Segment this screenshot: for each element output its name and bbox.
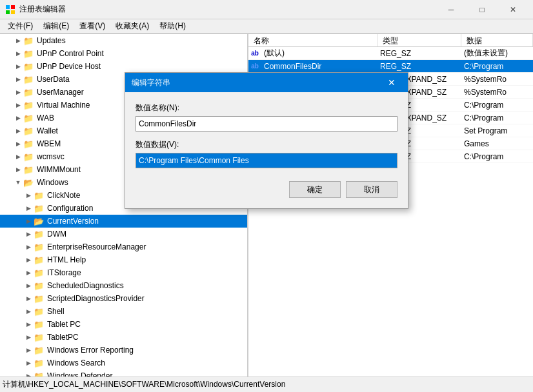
status-text: 计算机\HKEY_LOCAL_MACHINE\SOFTWARE\Microsof…: [3, 379, 285, 390]
expand-htmlhelp[interactable]: [23, 255, 34, 265]
folder-icon-windowssearch: [34, 358, 45, 368]
tree-item-itstorage[interactable]: ITStorage: [0, 266, 247, 279]
value-data-programfilespath: C:\Program: [461, 113, 533, 122]
expand-wallet[interactable]: [13, 126, 23, 136]
folder-icon-itstorage: [34, 268, 45, 278]
status-bar: 计算机\HKEY_LOCAL_MACHINE\SOFTWARE\Microsof…: [0, 377, 533, 392]
expand-clicknote[interactable]: [23, 190, 34, 201]
tree-label-wcmsvc: wcmsvc: [37, 152, 65, 161]
value-icon-commonfilesdir: ab: [248, 63, 261, 70]
tree-item-windowsdefender[interactable]: Windows Defender: [0, 369, 247, 377]
dialog-close-button[interactable]: ✕: [382, 73, 401, 92]
tree-item-windowserrorreporting[interactable]: Windows Error Reporting: [0, 344, 247, 357]
expand-updates[interactable]: [13, 35, 23, 46]
close-button[interactable]: ✕: [498, 0, 528, 19]
tree-item-scripteddiagnosticsprovider[interactable]: ScriptedDiagnosticsProvider: [0, 292, 247, 305]
expand-configuration[interactable]: [23, 203, 34, 213]
value-row-default[interactable]: ab (默认) REG_SZ (数值未设置): [248, 47, 533, 60]
value-type-default: REG_SZ: [377, 49, 461, 58]
expand-wcmsvc[interactable]: [13, 152, 23, 162]
minimize-button[interactable]: ─: [436, 0, 466, 19]
expand-wimmount[interactable]: [13, 164, 23, 175]
tree-item-currentversion[interactable]: CurrentVersion: [0, 215, 247, 228]
maximize-button[interactable]: □: [467, 0, 497, 19]
expand-wbem[interactable]: [13, 139, 23, 149]
tree-item-enterpriseresourcemanager[interactable]: EnterpriseResourceManager: [0, 240, 247, 253]
dialog-confirm-button[interactable]: 确定: [289, 181, 341, 198]
value-data-devicepath: %SystemRo: [461, 75, 533, 84]
tree-item-scheduleddiagnostics[interactable]: ScheduledDiagnostics: [0, 279, 247, 292]
tree-label-enterpriseresourcemanager: EnterpriseResourceManager: [47, 242, 146, 251]
dialog-cancel-button[interactable]: 取消: [346, 181, 397, 198]
tree-label-windowserrorreporting: Windows Error Reporting: [47, 346, 134, 355]
value-data-programfilesdir: C:\Program: [461, 101, 533, 110]
tree-item-tabletpc2[interactable]: TabletPC: [0, 331, 247, 344]
folder-icon-windows: [23, 177, 35, 188]
tree-label-windowssearch: Windows Search: [47, 358, 105, 368]
tree-label-windowsdefender: Windows Defender: [47, 371, 112, 377]
value-data-commonfilerdir86: C:\Program: [461, 152, 533, 161]
col-header-type: 类型: [377, 34, 461, 46]
tree-label-windows: Windows: [37, 178, 68, 187]
folder-icon-upnpcp: [23, 48, 35, 59]
tree-label-dwm: DWM: [47, 230, 66, 239]
menu-view[interactable]: 查看(V): [74, 19, 110, 33]
expand-windowserrorreporting[interactable]: [23, 345, 34, 355]
dialog-field-name-label: 数值名称(N):: [136, 103, 397, 113]
title-bar: 注册表编辑器 ─ □ ✕: [0, 0, 533, 19]
tree-item-upnpdh[interactable]: UPnP Device Host: [0, 60, 247, 73]
dialog-title-text: 编辑字符串: [132, 77, 382, 88]
menu-favorites[interactable]: 收藏夹(A): [110, 19, 154, 33]
dialog-field-data-input[interactable]: [136, 153, 397, 168]
expand-userdata[interactable]: [13, 74, 23, 84]
expand-windowssearch[interactable]: [23, 358, 34, 368]
menu-bar: 文件(F) 编辑(E) 查看(V) 收藏夹(A) 帮助(H): [0, 19, 533, 34]
menu-edit[interactable]: 编辑(E): [38, 19, 74, 33]
tree-item-dwm[interactable]: DWM: [0, 228, 247, 240]
tree-item-upnpcp[interactable]: UPnP Control Point: [0, 47, 247, 60]
value-row-commonfilesdir[interactable]: ab CommonFilesDir REG_SZ C:\Program: [248, 60, 533, 73]
dialog-body: 数值名称(N): 数值数据(V): 确定 取消: [125, 92, 408, 208]
folder-icon-wallet: [23, 126, 35, 136]
expand-wab[interactable]: [13, 113, 23, 123]
expand-usermanager[interactable]: [13, 87, 23, 97]
menu-help[interactable]: 帮助(H): [154, 19, 191, 33]
app-icon: [5, 5, 15, 15]
folder-icon-upnpdh: [23, 61, 35, 72]
expand-tabletpc[interactable]: [23, 319, 34, 329]
expand-windowsdefender[interactable]: [23, 371, 34, 377]
value-name-default: (默认): [261, 48, 377, 59]
expand-enterpriseresourcemanager[interactable]: [23, 242, 34, 252]
expand-currentversion[interactable]: [23, 216, 34, 226]
tree-label-tabletpc2: TabletPC: [47, 333, 79, 342]
dialog-field-name-input[interactable]: [136, 116, 397, 132]
tree-item-tabletpc[interactable]: Tablet PC: [0, 318, 247, 331]
tree-label-shell: Shell: [47, 307, 65, 316]
edit-string-dialog: 编辑字符串 ✕ 数值名称(N): 数值数据(V): 确定 取消: [125, 72, 408, 209]
expand-shell[interactable]: [23, 306, 34, 317]
tree-item-windowssearch[interactable]: Windows Search: [0, 357, 247, 369]
expand-scheduleddiagnostics[interactable]: [23, 280, 34, 291]
folder-icon-configuration: [34, 203, 45, 213]
folder-icon-updates: [23, 35, 35, 46]
menu-file[interactable]: 文件(F): [3, 19, 38, 33]
tree-item-updates[interactable]: Updates: [0, 34, 247, 47]
expand-tabletpc2[interactable]: [23, 332, 34, 342]
tree-label-userdata: UserData: [37, 75, 70, 84]
expand-upnpcp[interactable]: [13, 48, 23, 59]
expand-windows[interactable]: [13, 177, 23, 188]
expand-upnpdh[interactable]: [13, 61, 23, 72]
folder-icon-wcmsvc: [23, 152, 35, 162]
svg-rect-2: [6, 10, 10, 14]
expand-scripteddiagnosticsprovider[interactable]: [23, 293, 34, 304]
tree-item-htmlhelp[interactable]: HTML Help: [0, 253, 247, 266]
dialog-field-data-label: 数值数据(V):: [136, 139, 397, 150]
folder-icon-userdata: [23, 74, 35, 84]
value-data-default: (数值未设置): [461, 48, 533, 59]
expand-itstorage[interactable]: [23, 268, 34, 278]
folder-icon-enterpriseresourcemanager: [34, 242, 45, 252]
expand-dwm[interactable]: [23, 229, 34, 239]
expand-virtualmachine[interactable]: [13, 100, 23, 110]
tree-item-shell[interactable]: Shell: [0, 305, 247, 318]
tree-label-clicknote: ClickNote: [47, 191, 80, 200]
